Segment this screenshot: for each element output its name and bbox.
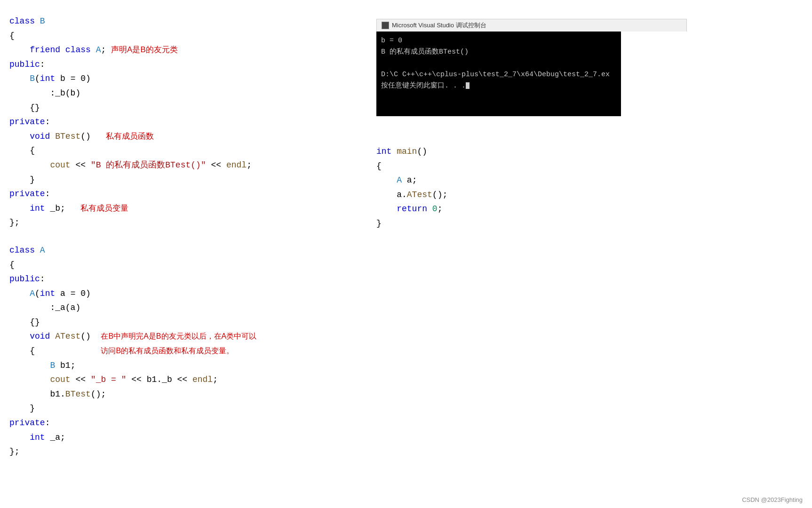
line-classA-btest-call: b1.BTest(); bbox=[9, 387, 358, 402]
line-classA-init: :_a(a) bbox=[9, 301, 358, 315]
line-main-close: } bbox=[376, 216, 687, 231]
line-classA-private: private: bbox=[9, 416, 358, 430]
line-classA-atest-close: } bbox=[9, 401, 358, 416]
line-main-a: A a; bbox=[376, 173, 687, 188]
line-classA-decl: class A bbox=[9, 243, 358, 258]
line-classB-btest-close: } bbox=[9, 173, 358, 187]
line-classB-end: }; bbox=[9, 215, 358, 230]
line-classA-open: { bbox=[9, 258, 358, 272]
line-classA-end: }; bbox=[9, 444, 358, 459]
terminal-wrapper: Microsoft Visual Studio 调试控制台 b = 0 B 的私… bbox=[376, 19, 687, 116]
line-classB-friend: friend class A; 声明A是B的友元类 bbox=[9, 43, 358, 57]
line-classB-init: :_b(b) bbox=[9, 86, 358, 101]
line-classB-int-b: int _b; 私有成员变量 bbox=[9, 201, 358, 216]
main-code: int main() { A a; a.ATest(); return 0; } bbox=[376, 144, 687, 231]
line-classA-public: public: bbox=[9, 272, 358, 286]
line-classB-private2: private: bbox=[9, 187, 358, 201]
terminal-line-2: B 的私有成员函数BTest() bbox=[381, 47, 616, 58]
line-classB-public: public: bbox=[9, 57, 358, 72]
terminal-titlebar: Microsoft Visual Studio 调试控制台 bbox=[376, 19, 687, 32]
line-main-return: return 0; bbox=[376, 202, 687, 216]
line-classA-int-a: int _a; bbox=[9, 430, 358, 445]
line-classA-atest-comment2: { 访问B的私有成员函数和私有成员变量。 bbox=[9, 344, 358, 358]
terminal-icon bbox=[382, 22, 389, 29]
footer-text: CSDN @2023Fighting bbox=[742, 496, 803, 503]
footer: CSDN @2023Fighting bbox=[742, 496, 803, 503]
line-classA-cout: cout << "_b = " << b1._b << endl; bbox=[9, 373, 358, 387]
line-classB-btest: void BTest() 私有成员函数 bbox=[9, 129, 358, 144]
line-classB-ctor: B(int b = 0) bbox=[9, 71, 358, 86]
line-classB-btest-open: { bbox=[9, 143, 358, 158]
right-panel: Microsoft Visual Studio 调试控制台 b = 0 B 的私… bbox=[367, 9, 696, 499]
terminal-line-path: D:\C C++\c++\cplus-plus\test_2_7\x64\Deb… bbox=[381, 69, 616, 80]
terminal-line-blank bbox=[381, 58, 616, 69]
left-code-panel: class B { friend class A; 声明A是B的友元类 publ… bbox=[0, 9, 367, 499]
class-a-code: class A { public: A(int a = 0) :_a(a) {}… bbox=[9, 243, 358, 459]
line-classA-ctor: A(int a = 0) bbox=[9, 286, 358, 301]
terminal-line-close: 按任意键关闭此窗口. . . bbox=[381, 80, 616, 92]
line-classB-decl: class B bbox=[9, 14, 358, 29]
class-b-code: class B { friend class A; 声明A是B的友元类 publ… bbox=[9, 14, 358, 230]
line-classA-ctor-body: {} bbox=[9, 315, 358, 330]
line-main-sig: int main() bbox=[376, 144, 687, 159]
terminal-line-1: b = 0 bbox=[381, 35, 616, 47]
line-classB-private1: private: bbox=[9, 115, 358, 129]
line-classB-btest-cout: cout << "B 的私有成员函数BTest()" << endl; bbox=[9, 158, 358, 173]
terminal-title: Microsoft Visual Studio 调试控制台 bbox=[392, 21, 486, 30]
line-classA-b1: B b1; bbox=[9, 358, 358, 373]
line-main-open: { bbox=[376, 159, 687, 174]
terminal-body: b = 0 B 的私有成员函数BTest() D:\C C++\c++\cplu… bbox=[376, 32, 621, 116]
line-classB-ctor-body: {} bbox=[9, 101, 358, 115]
line-classB-open: { bbox=[9, 29, 358, 43]
line-classA-atest: void ATest() 在B中声明完A是B的友元类以后，在A类中可以 bbox=[9, 329, 358, 344]
line-main-atest: a.ATest(); bbox=[376, 188, 687, 202]
